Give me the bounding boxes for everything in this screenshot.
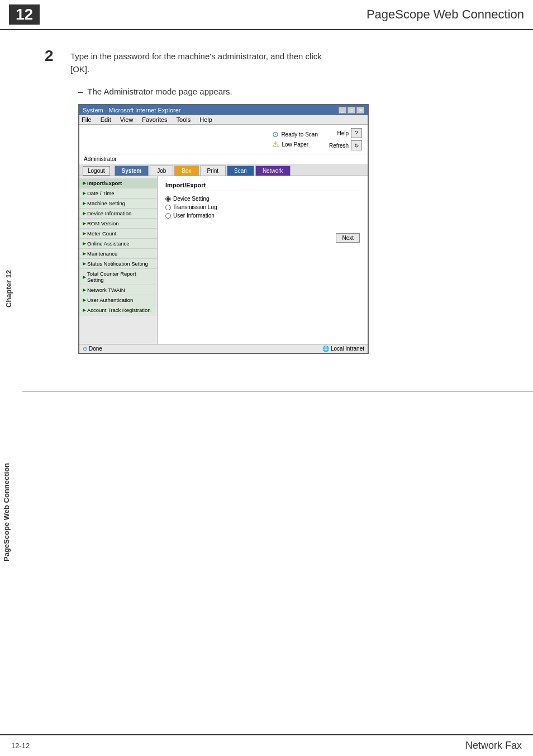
radio-device-setting[interactable]: Device Setting	[165, 196, 360, 202]
sidebar-label: Network TWAIN	[87, 287, 125, 293]
paper-icon: ⚠	[272, 140, 279, 149]
radio-transmission-log[interactable]: Transmission Log	[165, 204, 360, 210]
tab-box[interactable]: Box	[174, 166, 198, 176]
mid-divider	[22, 391, 533, 392]
arrow-icon: ▶	[83, 211, 86, 216]
radio-group: Device Setting Transmission Log User Inf…	[165, 196, 360, 219]
status-icons: ⊙ Ready to Scan ⚠ Low Paper	[272, 130, 318, 149]
sub-step: The Administrator mode page appears.	[78, 87, 499, 96]
sidebar-item-rom-version[interactable]: ▶ ROM Version	[79, 219, 157, 229]
browser-window: System - Microsoft Internet Explorer _ □…	[78, 104, 369, 354]
radio-user-information[interactable]: User Information	[165, 212, 360, 219]
nav-tabs: Logout System Job Box Print Scan Network	[79, 164, 368, 176]
sidebar-label: User Authentication	[87, 297, 133, 303]
sidebar-item-device-information[interactable]: ▶ Device Information	[79, 209, 157, 219]
menu-view[interactable]: View	[120, 116, 134, 123]
browser-menubar: File Edit View Favorites Tools Help	[79, 115, 368, 125]
arrow-icon: ▶	[83, 275, 86, 280]
close-button[interactable]: ✕	[356, 107, 364, 114]
help-button[interactable]: ?	[351, 128, 362, 138]
arrow-icon: ▶	[83, 241, 86, 246]
browser-top: ⊙ Ready to Scan ⚠ Low Paper Help ? Refre…	[79, 125, 368, 154]
chapter-vertical-label: Chapter 12	[4, 224, 27, 353]
sidebar-item-network-twain[interactable]: ▶ Network TWAIN	[79, 285, 157, 295]
refresh-button[interactable]: ↻	[351, 140, 362, 150]
sidebar-item-online-assistance[interactable]: ▶ Online Assistance	[79, 239, 157, 249]
done-status: ⊙ Done	[83, 346, 102, 352]
sidebar-item-account-track[interactable]: ▶ Account Track Registration	[79, 305, 157, 315]
sidebar-item-status-notification[interactable]: ▶ Status Notification Setting	[79, 259, 157, 269]
status-paper: ⚠ Low Paper	[272, 140, 308, 149]
sidebar-item-total-counter[interactable]: ▶ Total Counter Report Setting	[79, 269, 157, 285]
arrow-icon: ▶	[83, 261, 86, 266]
arrow-icon: ▶	[83, 287, 86, 292]
radio-circle-device[interactable]	[165, 196, 171, 202]
arrow-icon: ▶	[83, 297, 86, 303]
tab-system[interactable]: System	[115, 166, 149, 176]
sidebar-label: Total Counter Report Setting	[87, 271, 154, 283]
content-area: ▶ Import/Export ▶ Date / Time ▶ Machine …	[79, 176, 368, 344]
logout-button[interactable]: Logout	[83, 166, 110, 176]
browser-titlebar: System - Microsoft Internet Explorer _ □…	[79, 105, 368, 115]
status-ready: ⊙ Ready to Scan	[272, 130, 318, 139]
step-2-container: 2 Type in the password for the machine's…	[45, 47, 499, 75]
sidebar-item-machine-setting[interactable]: ▶ Machine Setting	[79, 199, 157, 209]
menu-favorites[interactable]: Favorites	[142, 116, 167, 123]
refresh-label: Refresh	[329, 143, 349, 149]
browser-title: System - Microsoft Internet Explorer	[83, 107, 180, 114]
sidebar-label: Status Notification Setting	[87, 261, 148, 267]
sidebar-item-maintenance[interactable]: ▶ Maintenance	[79, 249, 157, 259]
tab-scan[interactable]: Scan	[227, 166, 254, 176]
arrow-icon: ▶	[83, 308, 86, 313]
titlebar-buttons: _ □ ✕	[339, 107, 364, 114]
globe-icon: 🌐	[322, 346, 329, 352]
ready-label: Ready to Scan	[281, 131, 318, 138]
done-label: Done	[89, 346, 102, 352]
sidebar-item-import-export[interactable]: ▶ Import/Export	[79, 178, 157, 188]
sidebar-label: Machine Setting	[87, 200, 125, 206]
arrow-icon: ▶	[83, 181, 86, 186]
panel-title: Import/Export	[165, 182, 360, 191]
menu-tools[interactable]: Tools	[177, 116, 191, 123]
sidebar: ▶ Import/Export ▶ Date / Time ▶ Machine …	[79, 176, 158, 344]
step-2-text: Type in the password for the machine's a…	[70, 50, 322, 75]
header-title: PageScope Web Connection	[367, 7, 524, 22]
admin-text: Administrator	[84, 156, 117, 162]
sidebar-label: Maintenance	[87, 251, 117, 257]
menu-help[interactable]: Help	[199, 116, 212, 123]
header-bar: 12 PageScope Web Connection	[0, 0, 533, 30]
maximize-button[interactable]: □	[348, 107, 355, 114]
next-button[interactable]: Next	[336, 233, 360, 243]
radio-circle-user[interactable]	[165, 213, 171, 219]
done-icon: ⊙	[83, 346, 87, 352]
intranet-label: Local intranet	[331, 346, 364, 352]
sidebar-label: Date / Time	[87, 190, 115, 196]
sidebar-item-date-time[interactable]: ▶ Date / Time	[79, 188, 157, 199]
local-intranet-status: 🌐 Local intranet	[322, 346, 364, 352]
menu-edit[interactable]: Edit	[101, 116, 111, 123]
radio-circle-transmission[interactable]	[165, 205, 171, 210]
main-panel: Import/Export Device Setting Transmissio…	[158, 176, 368, 344]
sidebar-label: Meter Count	[87, 230, 116, 237]
sidebar-label: Import/Export	[87, 180, 122, 186]
refresh-row: Refresh ↻	[329, 140, 362, 150]
ready-icon: ⊙	[272, 130, 279, 139]
menu-file[interactable]: File	[82, 116, 92, 123]
page-wrapper: 12 PageScope Web Connection 2 Type in th…	[0, 0, 533, 756]
sidebar-item-user-auth[interactable]: ▶ User Authentication	[79, 295, 157, 305]
sub-step-text: The Administrator mode page appears.	[87, 87, 232, 96]
main-content: 2 Type in the password for the machine's…	[0, 30, 533, 371]
tab-print[interactable]: Print	[200, 166, 226, 176]
radio-label-transmission: Transmission Log	[173, 204, 217, 210]
footer: 12-12 Network Fax	[0, 734, 533, 756]
minimize-button[interactable]: _	[339, 107, 346, 114]
browser-statusbar: ⊙ Done 🌐 Local intranet	[79, 344, 368, 353]
sidebar-item-meter-count[interactable]: ▶ Meter Count	[79, 229, 157, 239]
tab-network[interactable]: Network	[255, 166, 291, 176]
arrow-icon: ▶	[83, 201, 86, 206]
top-buttons: Help ? Refresh ↻	[329, 128, 362, 150]
tab-job[interactable]: Job	[150, 166, 173, 176]
help-label: Help	[337, 130, 349, 136]
sidebar-label: Device Information	[87, 210, 131, 216]
arrow-icon: ▶	[83, 251, 86, 256]
